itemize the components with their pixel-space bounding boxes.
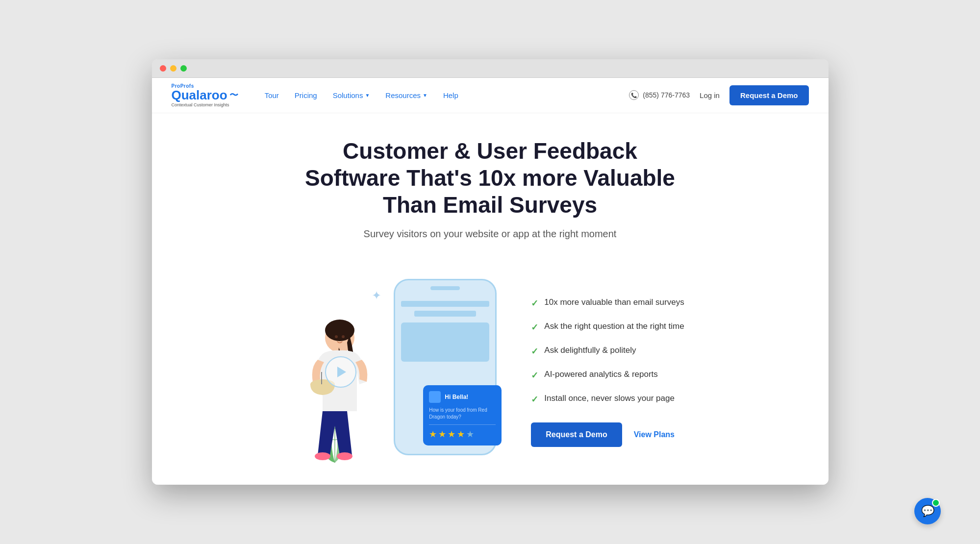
hero-body: Hi Bella! How is your food from Red Drag… <box>152 279 829 485</box>
check-icon-4: ✓ <box>531 370 538 381</box>
feature-list: ✓ 10x more valuable than email surveys ✓… <box>531 297 684 405</box>
phone-icon: 📞 <box>629 90 639 100</box>
page-content: ProProfs Qualaroo 〜 Contextual Customer … <box>152 78 829 485</box>
logo-area[interactable]: ProProfs Qualaroo 〜 Contextual Customer … <box>172 83 238 107</box>
check-icon-1: ✓ <box>531 298 538 309</box>
logo-wave-icon: 〜 <box>229 91 238 99</box>
check-icon-2: ✓ <box>531 322 538 333</box>
svg-point-4 <box>315 452 330 460</box>
spark-icon: ✦ <box>372 289 381 302</box>
star-3[interactable]: ★ <box>448 429 455 440</box>
feature-item-1: ✓ 10x more valuable than email surveys <box>531 297 684 309</box>
browser-window: ProProfs Qualaroo 〜 Contextual Customer … <box>152 59 829 485</box>
feature-text-4: AI-powered analytics & reports <box>544 370 658 379</box>
nav-solutions[interactable]: Solutions ▼ <box>326 87 377 103</box>
nav-links: Tour Pricing Solutions ▼ Resources ▼ Hel… <box>258 87 629 103</box>
feature-item-5: ✓ Install once, never slows your page <box>531 394 684 405</box>
hero-title: Customer & User Feedback Software That's… <box>299 138 681 219</box>
star-4[interactable]: ★ <box>457 429 465 440</box>
hero-section: Customer & User Feedback Software That's… <box>152 113 829 279</box>
nav-right: 📞 (855) 776-7763 Log in Request a Demo <box>629 85 808 105</box>
cta-demo-button[interactable]: Request a Demo <box>531 422 622 447</box>
survey-divider <box>429 424 496 425</box>
survey-greeting: Hi Bella! <box>445 394 468 400</box>
feature-text-2: Ask the right question at the right time <box>544 321 684 331</box>
feature-item-2: ✓ Ask the right question at the right ti… <box>531 321 684 333</box>
hero-subtitle: Survey visitors on your website or app a… <box>172 228 809 240</box>
close-button[interactable] <box>160 65 166 72</box>
features-column: ✓ 10x more valuable than email surveys ✓… <box>531 297 684 447</box>
phone-link[interactable]: 📞 (855) 776-7763 <box>629 90 690 100</box>
feature-text-5: Install once, never slows your page <box>544 394 675 403</box>
cta-buttons: Request a Demo View Plans <box>531 422 684 447</box>
feature-text-1: 10x more valuable than email surveys <box>544 297 684 307</box>
minimize-button[interactable] <box>170 65 176 72</box>
svg-point-5 <box>337 452 352 460</box>
survey-card-header: Hi Bella! <box>429 391 496 403</box>
feature-item-3: ✓ Ask delightfully & politely <box>531 346 684 357</box>
survey-question: How is your food from Red Dragon today? <box>429 407 496 420</box>
nav-help[interactable]: Help <box>436 87 465 103</box>
nav-tour[interactable]: Tour <box>258 87 286 103</box>
login-link[interactable]: Log in <box>700 91 720 99</box>
svg-point-6 <box>335 335 338 338</box>
survey-stars[interactable]: ★ ★ ★ ★ ★ <box>429 429 496 440</box>
phone-bar-2 <box>414 311 476 317</box>
svg-rect-3 <box>321 372 322 384</box>
view-plans-link[interactable]: View Plans <box>634 430 675 439</box>
nav-resources[interactable]: Resources ▼ <box>378 87 434 103</box>
play-button[interactable] <box>325 356 356 388</box>
logo-name: Qualaroo <box>172 89 227 101</box>
browser-titlebar <box>152 59 829 78</box>
phone-content-box <box>401 322 489 362</box>
maximize-button[interactable] <box>180 65 187 72</box>
navbar: ProProfs Qualaroo 〜 Contextual Customer … <box>152 78 829 113</box>
check-icon-3: ✓ <box>531 346 538 357</box>
chat-icon: 💬 <box>921 505 934 518</box>
play-icon <box>337 367 346 377</box>
resources-chevron-icon: ▼ <box>423 93 427 98</box>
nav-pricing[interactable]: Pricing <box>288 87 324 103</box>
star-2[interactable]: ★ <box>438 429 446 440</box>
survey-card: Hi Bella! How is your food from Red Drag… <box>423 385 502 446</box>
phone-mockup-area: Hi Bella! How is your food from Red Drag… <box>296 279 502 465</box>
svg-point-7 <box>342 335 345 338</box>
demo-button[interactable]: Request a Demo <box>729 85 809 105</box>
star-5[interactable]: ★ <box>466 429 474 440</box>
phone-bar-1 <box>401 301 489 307</box>
feature-item-4: ✓ AI-powered analytics & reports <box>531 370 684 381</box>
phone-number: (855) 776-7763 <box>643 91 690 99</box>
check-icon-5: ✓ <box>531 394 538 405</box>
star-1[interactable]: ★ <box>429 429 437 440</box>
logo-qualaroo[interactable]: Qualaroo 〜 <box>172 89 238 101</box>
phone-notch <box>430 286 460 290</box>
chat-bubble[interactable]: 💬 <box>914 498 941 524</box>
solutions-chevron-icon: ▼ <box>365 93 370 98</box>
logo-tagline: Contextual Customer Insights <box>172 102 238 107</box>
woman-illustration <box>286 313 384 470</box>
feature-text-3: Ask delightfully & politely <box>544 346 636 355</box>
survey-avatar <box>429 391 441 403</box>
